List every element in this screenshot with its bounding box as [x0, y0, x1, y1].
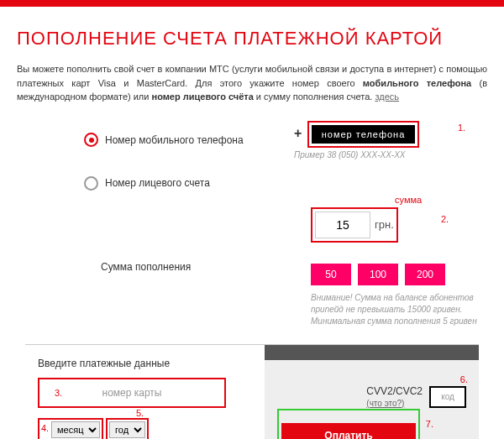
anno-7: 7. — [426, 419, 433, 429]
month-select[interactable]: месяц — [51, 421, 100, 438]
amount-input[interactable] — [315, 212, 370, 238]
radio-mobile[interactable] — [84, 133, 98, 147]
year-select[interactable]: год — [109, 421, 145, 438]
radio-account-label: Номер лицевого счета — [105, 177, 210, 189]
currency-label: грн. — [375, 218, 394, 231]
cvv-help-link[interactable]: (что это?) — [366, 399, 404, 408]
payment-box: Введите платежные данные 3. номер карты … — [25, 344, 479, 440]
amount-label: Сумма пополнения — [101, 261, 191, 273]
amount-warning: Внимание! Сумма на балансе абонентов при… — [311, 292, 487, 327]
page-title: ПОПОЛНЕНИЕ СЧЕТА ПЛАТЕЖНОЙ КАРТОЙ — [17, 28, 487, 50]
radio-mobile-label: Номер мобильного телефона — [105, 134, 244, 146]
here-link[interactable]: здесь — [375, 91, 399, 102]
radio-account[interactable] — [84, 176, 98, 191]
pay-button[interactable]: Оплатить — [281, 423, 416, 440]
card-magstripe — [265, 345, 479, 360]
anno-6: 6. — [460, 374, 468, 384]
phone-hint: Пример 38 (050) XXX-XX-XX — [294, 150, 487, 159]
amount-chips: 50 100 200 — [311, 264, 487, 285]
chip-50[interactable]: 50 — [311, 264, 351, 285]
intro-text: Вы можете пополнить свой счет в компании… — [17, 62, 487, 104]
anno-5: 5. — [136, 408, 144, 418]
top-bar — [0, 0, 504, 7]
plus-sign: + — [294, 126, 302, 140]
card-number-input[interactable]: 3. номер карты — [38, 378, 226, 408]
cvv-label: CVV2/CVC2 — [366, 385, 423, 397]
chip-100[interactable]: 100 — [358, 264, 398, 285]
anno-summa: сумма — [395, 195, 422, 205]
card-title: Введите платежные данные — [38, 358, 265, 369]
anno-2: 2. — [441, 214, 449, 224]
cvv-input[interactable]: 6. код — [429, 386, 466, 408]
chip-200[interactable]: 200 — [405, 264, 445, 285]
anno-1: 1. — [458, 123, 465, 133]
anno-3: 3. — [55, 388, 62, 398]
anno-4: 4. — [41, 423, 49, 433]
phone-input[interactable]: номер телефона — [312, 125, 416, 144]
